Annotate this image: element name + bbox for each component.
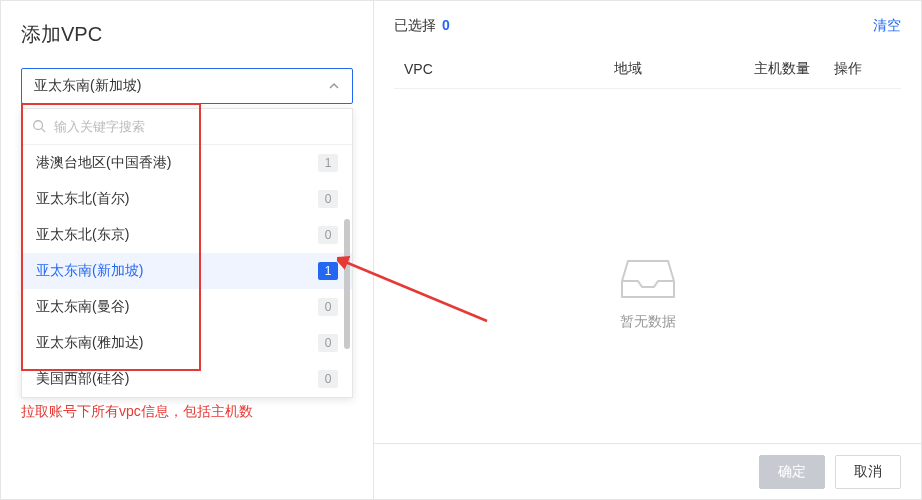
- region-select-trigger[interactable]: 亚太东南(新加坡): [21, 68, 353, 104]
- region-option-label: 亚太东北(东京): [36, 226, 129, 244]
- region-option[interactable]: 亚太东南(新加坡)1: [22, 253, 352, 289]
- region-option[interactable]: 亚太东北(东京)0: [22, 217, 352, 253]
- empty-inbox-icon: [620, 257, 676, 301]
- scrollbar-thumb[interactable]: [344, 219, 350, 349]
- col-vpc: VPC: [394, 61, 614, 77]
- region-options-list: 港澳台地区(中国香港)1亚太东北(首尔)0亚太东北(东京)0亚太东南(新加坡)1…: [22, 145, 352, 397]
- region-option[interactable]: 亚太东南(雅加达)0: [22, 325, 352, 361]
- region-option-count-badge: 1: [318, 262, 338, 280]
- region-option-count-badge: 0: [318, 298, 338, 316]
- chevron-up-icon: [328, 80, 340, 92]
- region-option-count-badge: 0: [318, 190, 338, 208]
- region-option-label: 亚太东南(新加坡): [36, 262, 143, 280]
- col-host: 主机数量: [754, 60, 834, 78]
- region-option-count-badge: 0: [318, 334, 338, 352]
- region-option-count-badge: 1: [318, 154, 338, 172]
- empty-text: 暂无数据: [620, 313, 676, 331]
- dialog-footer: 确定 取消: [374, 443, 921, 499]
- region-option[interactable]: 亚太东北(首尔)0: [22, 181, 352, 217]
- col-op: 操作: [834, 60, 894, 78]
- ok-button[interactable]: 确定: [759, 455, 825, 489]
- region-option-count-badge: 0: [318, 226, 338, 244]
- cancel-button[interactable]: 取消: [835, 455, 901, 489]
- region-search-input[interactable]: [54, 119, 342, 134]
- region-select-value: 亚太东南(新加坡): [34, 77, 141, 95]
- region-dropdown: 港澳台地区(中国香港)1亚太东北(首尔)0亚太东北(东京)0亚太东南(新加坡)1…: [21, 108, 353, 398]
- region-option-label: 港澳台地区(中国香港): [36, 154, 171, 172]
- region-option[interactable]: 港澳台地区(中国香港)1: [22, 145, 352, 181]
- svg-line-1: [42, 128, 46, 132]
- col-region: 地域: [614, 60, 754, 78]
- region-option[interactable]: 亚太东南(曼谷)0: [22, 289, 352, 325]
- clear-link[interactable]: 清空: [873, 17, 901, 35]
- region-option[interactable]: 美国西部(硅谷)0: [22, 361, 352, 397]
- region-option-label: 亚太东南(雅加达): [36, 334, 143, 352]
- selected-label: 已选择 0: [394, 17, 450, 35]
- svg-point-0: [34, 120, 43, 129]
- region-option-label: 亚太东北(首尔): [36, 190, 129, 208]
- table-header: VPC 地域 主机数量 操作: [394, 49, 901, 89]
- region-option-count-badge: 0: [318, 370, 338, 388]
- selected-count: 0: [442, 17, 450, 33]
- region-option-label: 亚太东南(曼谷): [36, 298, 129, 316]
- page-title: 添加VPC: [21, 21, 353, 48]
- empty-state: 暂无数据: [394, 89, 901, 499]
- region-option-label: 美国西部(硅谷): [36, 370, 129, 388]
- search-icon: [32, 119, 48, 135]
- annotation-note: 拉取账号下所有vpc信息，包括主机数: [21, 403, 253, 421]
